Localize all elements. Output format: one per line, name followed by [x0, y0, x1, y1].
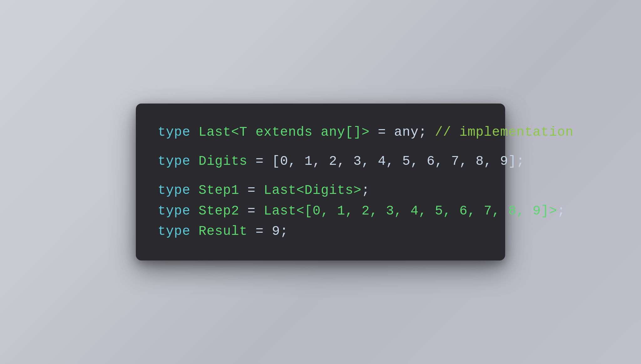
last-digits-ref: Last<Digits>	[264, 180, 362, 201]
space-5	[190, 221, 198, 242]
semi-3: ;	[362, 180, 370, 201]
comment-implementation: // implementation	[435, 122, 574, 143]
type-result: Result	[198, 221, 247, 242]
last-array-ref: Last<[0, 1, 2, 3, 4, 5, 6, 7, 8, 9]>	[264, 201, 557, 221]
code-line-5: type Result = 9;	[158, 221, 483, 242]
assign-3: =	[239, 180, 264, 201]
type-last-generic: Last<T extends any[]>	[198, 122, 370, 143]
code-block: type Last<T extends any[]> = any; // imp…	[158, 122, 483, 241]
space-2	[190, 151, 198, 172]
space-1	[190, 122, 198, 143]
code-line-3: type Step1 = Last<Digits> ;	[158, 180, 483, 201]
code-line-4: type Step2 = Last<[0, 1, 2, 3, 4, 5, 6, …	[158, 201, 483, 221]
assign-any-1: = any;	[370, 122, 435, 143]
code-line-1: type Last<T extends any[]> = any; // imp…	[158, 122, 483, 143]
space-3	[190, 180, 198, 201]
result-value: = 9;	[248, 221, 288, 242]
type-step1: Step1	[198, 180, 239, 201]
keyword-type-2: type	[158, 151, 190, 172]
assign-4: =	[239, 201, 264, 221]
spacer-1	[158, 143, 483, 151]
type-digits: Digits	[198, 151, 247, 172]
keyword-type-3: type	[158, 180, 190, 201]
keyword-type-1: type	[158, 122, 190, 143]
keyword-type-4: type	[158, 201, 190, 221]
space-4	[190, 201, 198, 221]
code-line-2: type Digits = [0, 1, 2, 3, 4, 5, 6, 7, 8…	[158, 151, 483, 172]
code-card: type Last<T extends any[]> = any; // imp…	[136, 104, 505, 260]
spacer-2	[158, 172, 483, 180]
type-step2: Step2	[198, 201, 239, 221]
semi-4: ;	[557, 201, 565, 221]
keyword-type-5: type	[158, 221, 190, 242]
digits-value: = [0, 1, 2, 3, 4, 5, 6, 7, 8, 9];	[248, 151, 525, 172]
